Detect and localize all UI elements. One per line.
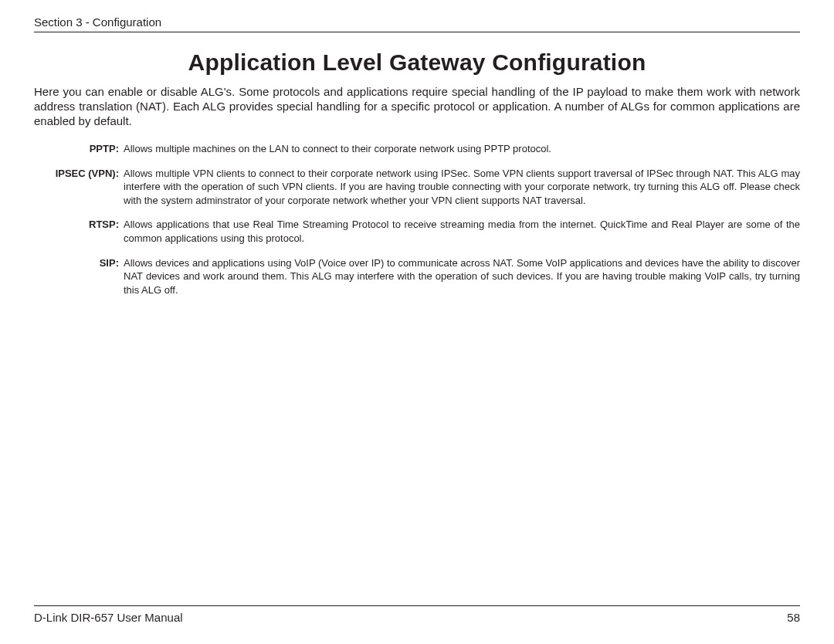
page-title: Application Level Gateway Configuration	[34, 49, 800, 76]
definition-description: Allows applications that use Real Time S…	[124, 218, 800, 245]
definition-row: SIP: Allows devices and applications usi…	[34, 256, 800, 297]
definition-term: IPSEC (VPN):	[34, 167, 124, 208]
definitions-list: PPTP: Allows multiple machines on the LA…	[34, 142, 800, 297]
definition-description: Allows multiple machines on the LAN to c…	[124, 142, 800, 156]
definition-term: PPTP:	[34, 142, 124, 156]
section-header: Section 3 - Configuration	[34, 15, 800, 32]
footer-manual-label: D-Link DIR-657 User Manual	[34, 611, 183, 624]
intro-paragraph: Here you can enable or disable ALG's. So…	[34, 85, 800, 128]
definition-term: SIP:	[34, 256, 124, 297]
definition-row: RTSP: Allows applications that use Real …	[34, 218, 800, 245]
definition-description: Allows devices and applications using Vo…	[124, 256, 800, 297]
definition-row: IPSEC (VPN): Allows multiple VPN clients…	[34, 167, 800, 208]
definition-term: RTSP:	[34, 218, 124, 245]
manual-page: Section 3 - Configuration Application Le…	[0, 0, 834, 644]
footer-page-number: 58	[787, 611, 800, 624]
definition-row: PPTP: Allows multiple machines on the LA…	[34, 142, 800, 156]
page-footer: D-Link DIR-657 User Manual 58	[34, 605, 800, 624]
definition-description: Allows multiple VPN clients to connect t…	[124, 167, 800, 208]
